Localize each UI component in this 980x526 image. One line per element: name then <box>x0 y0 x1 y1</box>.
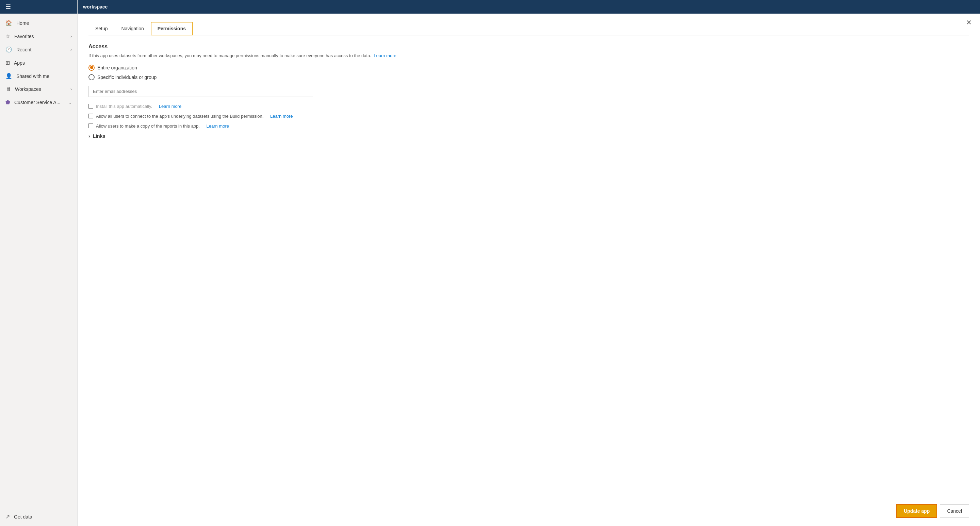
content-area: ✕ Setup Navigation Permissions Access If… <box>78 14 980 526</box>
get-data-icon: ↗ <box>5 513 10 520</box>
clock-icon: 🕐 <box>5 46 12 53</box>
hamburger-icon[interactable]: ☰ <box>5 3 11 11</box>
radio-specific-label: Specific individuals or group <box>97 75 156 80</box>
sidebar-label-recent: Recent <box>16 47 31 52</box>
checkbox-allow-copy[interactable]: Allow users to make a copy of the report… <box>89 124 969 129</box>
sidebar-item-apps[interactable]: ⊞ Apps <box>0 56 77 69</box>
radio-entire-org-label: Entire organization <box>97 65 137 70</box>
sidebar-label-home: Home <box>16 21 29 26</box>
topbar: workspace <box>78 0 980 14</box>
access-learn-more-link[interactable]: Learn more <box>374 53 396 58</box>
tab-navigation[interactable]: Navigation <box>115 22 151 35</box>
checkbox-allow-copy-input[interactable] <box>89 124 93 128</box>
sidebar: ☰ 🏠 Home ☆ Favorites › 🕐 Recent › ⊞ Apps… <box>0 0 78 526</box>
tab-permissions[interactable]: Permissions <box>151 22 192 35</box>
checkbox-install-auto[interactable]: Install this app automatically. Learn mo… <box>89 104 969 109</box>
access-radio-group: Entire organization Specific individuals… <box>89 65 969 80</box>
chevron-right-icon: › <box>70 34 72 39</box>
sidebar-item-favorites[interactable]: ☆ Favorites › <box>0 30 77 43</box>
sidebar-item-get-data[interactable]: ↗ Get data <box>0 510 77 523</box>
install-auto-learn-more-link[interactable]: Learn more <box>159 104 181 109</box>
monitor-icon: 🖥 <box>5 86 11 92</box>
allow-copy-learn-more-link[interactable]: Learn more <box>207 124 229 129</box>
checkbox-allow-copy-label: Allow users to make a copy of the report… <box>96 124 200 129</box>
radio-entire-org-indicator <box>89 65 95 71</box>
checkbox-install-auto-label: Install this app automatically. <box>96 104 152 109</box>
checkbox-group: Install this app automatically. Learn mo… <box>89 104 969 129</box>
chevron-right-icon: › <box>70 47 72 52</box>
person-icon: 👤 <box>5 73 12 79</box>
star-icon: ☆ <box>5 33 10 40</box>
tab-setup[interactable]: Setup <box>89 22 115 35</box>
access-title: Access <box>89 44 969 50</box>
links-section[interactable]: › Links <box>89 133 969 139</box>
close-button[interactable]: ✕ <box>966 19 972 26</box>
bottom-actions: Update app Cancel <box>896 504 969 518</box>
diamond-icon: ⬟ <box>5 99 10 105</box>
sidebar-item-workspaces[interactable]: 🖥 Workspaces › <box>0 83 77 95</box>
update-app-button[interactable]: Update app <box>896 504 937 518</box>
sidebar-label-workspaces: Workspaces <box>15 86 41 92</box>
chevron-down-icon: ⌄ <box>68 100 72 105</box>
sidebar-label-apps: Apps <box>14 60 25 66</box>
radio-specific-indicator <box>89 74 95 80</box>
main-content: workspace ✕ Setup Navigation Permissions… <box>78 0 980 526</box>
access-description: If this app uses datasets from other wor… <box>89 52 969 59</box>
home-icon: 🏠 <box>5 20 12 26</box>
radio-entire-org[interactable]: Entire organization <box>89 65 969 71</box>
apps-icon: ⊞ <box>5 60 10 66</box>
links-chevron-icon: › <box>89 133 90 139</box>
cancel-button[interactable]: Cancel <box>940 504 969 518</box>
email-input[interactable] <box>89 86 313 97</box>
checkbox-allow-build[interactable]: Allow all users to connect to the app's … <box>89 114 969 119</box>
chevron-right-icon: › <box>70 87 72 92</box>
sidebar-item-home[interactable]: 🏠 Home <box>0 16 77 30</box>
sidebar-label-shared: Shared with me <box>16 73 49 79</box>
allow-build-learn-more-link[interactable]: Learn more <box>270 114 293 119</box>
sidebar-nav: 🏠 Home ☆ Favorites › 🕐 Recent › ⊞ Apps 👤… <box>0 14 77 507</box>
checkbox-allow-build-label: Allow all users to connect to the app's … <box>96 114 263 119</box>
topbar-title: workspace <box>83 4 108 10</box>
checkbox-allow-build-input[interactable] <box>89 114 93 118</box>
sidebar-item-shared[interactable]: 👤 Shared with me <box>0 69 77 83</box>
sidebar-item-recent[interactable]: 🕐 Recent › <box>0 43 77 56</box>
sidebar-label-favorites: Favorites <box>14 34 34 39</box>
sidebar-header: ☰ <box>0 0 77 14</box>
sidebar-item-customer[interactable]: ⬟ Customer Service A... ⌄ <box>0 95 77 109</box>
links-label: Links <box>93 133 105 139</box>
sidebar-label-get-data: Get data <box>14 514 32 520</box>
sidebar-bottom: ↗ Get data <box>0 507 77 526</box>
sidebar-label-customer: Customer Service A... <box>14 100 60 105</box>
checkbox-install-auto-input[interactable] <box>89 104 93 108</box>
tab-bar: Setup Navigation Permissions <box>89 22 969 35</box>
radio-specific[interactable]: Specific individuals or group <box>89 74 969 80</box>
